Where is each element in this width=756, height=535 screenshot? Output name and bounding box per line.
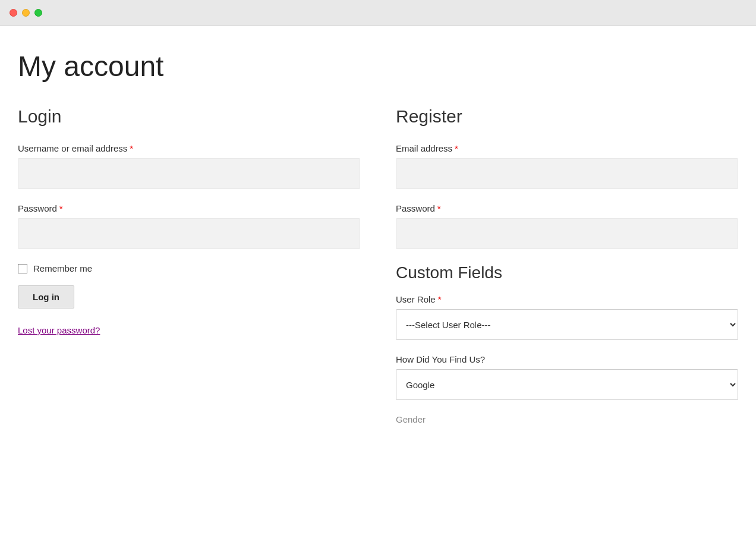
remember-me-row: Remember me — [18, 263, 360, 273]
register-password-required-star: * — [437, 203, 441, 213]
how-find-us-field-group: How Did You Find Us? Google Social Media… — [396, 354, 738, 400]
user-role-label: User Role * — [396, 294, 738, 304]
login-password-required-star: * — [59, 203, 63, 213]
login-section: Login Username or email address * Passwo… — [18, 106, 360, 336]
register-password-field-group: Password * — [396, 203, 738, 249]
remember-me-label: Remember me — [33, 263, 92, 273]
register-password-label: Password * — [396, 203, 738, 213]
close-button[interactable] — [10, 9, 17, 17]
page-content: My account Login Username or email addre… — [0, 26, 756, 535]
user-role-required-star: * — [438, 294, 442, 304]
register-section-title: Register — [396, 106, 738, 127]
two-column-layout: Login Username or email address * Passwo… — [18, 106, 738, 424]
login-section-title: Login — [18, 106, 360, 127]
register-password-input[interactable] — [396, 218, 738, 249]
user-role-field-group: User Role * ---Select User Role--- — [396, 294, 738, 340]
how-find-us-label: How Did You Find Us? — [396, 354, 738, 364]
remember-me-checkbox[interactable] — [18, 264, 27, 273]
user-role-select[interactable]: ---Select User Role--- — [396, 309, 738, 340]
username-input[interactable] — [18, 158, 360, 189]
login-button[interactable]: Log in — [18, 285, 74, 309]
lost-password-link[interactable]: Lost your password? — [18, 325, 100, 335]
window-chrome — [0, 0, 756, 26]
gender-label: Gender — [396, 414, 738, 424]
maximize-button[interactable] — [34, 9, 42, 17]
register-section: Register Email address * Password * Cust… — [396, 106, 738, 424]
register-email-input[interactable] — [396, 158, 738, 189]
login-password-field-group: Password * — [18, 203, 360, 249]
minimize-button[interactable] — [22, 9, 30, 17]
page-title: My account — [18, 50, 738, 83]
username-label: Username or email address * — [18, 143, 360, 153]
username-field-group: Username or email address * — [18, 143, 360, 189]
login-password-label: Password * — [18, 203, 360, 213]
username-required-star: * — [130, 143, 133, 153]
register-email-field-group: Email address * — [396, 143, 738, 189]
register-email-label: Email address * — [396, 143, 738, 153]
login-password-input[interactable] — [18, 218, 360, 249]
login-button-wrapper: Log in — [18, 285, 360, 325]
custom-fields-title: Custom Fields — [396, 263, 738, 282]
how-find-us-select[interactable]: Google Social Media Friend Other — [396, 369, 738, 400]
register-email-required-star: * — [455, 143, 458, 153]
